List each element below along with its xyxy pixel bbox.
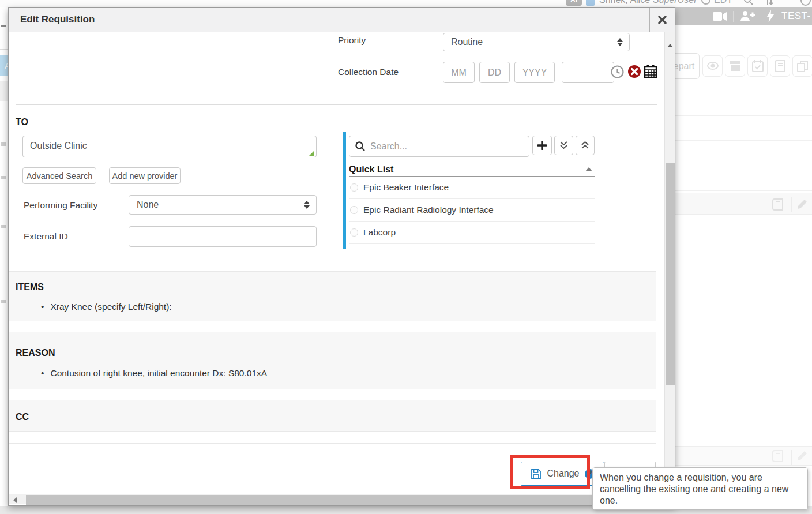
add-new-provider-button[interactable]: Add new provider [109,167,181,184]
sort-arrows-icon [765,0,774,6]
timezone-label: EDT [714,0,732,5]
background-left-nav: A [0,7,8,506]
divider [9,443,656,444]
background-content: TEST- epart [675,7,812,506]
advanced-search-button[interactable]: Advanced Search [22,167,96,184]
double-chevron-down-icon [559,141,568,150]
reason-entry: Contusion of right knee, initial encount… [41,368,267,378]
change-tooltip: When you change a requisition, you are c… [592,467,808,510]
item-entry: Xray Knee (specify Left/Right): [41,302,172,312]
scroll-up-arrow-icon[interactable] [667,44,673,47]
quick-list-header[interactable]: Quick List [349,163,595,177]
depart-button: epart [675,53,700,79]
table-row-divider [675,166,812,166]
nav-text-fragment [1,300,6,303]
nav-text-fragment [1,225,6,228]
vertical-scrollbar-thumb[interactable] [666,163,675,385]
eye-icon [706,61,719,71]
to-heading: TO [16,117,28,127]
year-input[interactable] [514,62,555,83]
vertical-scrollbar[interactable] [664,32,675,494]
search-icon [743,0,754,6]
save-icon [531,468,542,479]
ai-badge: AI [566,0,582,6]
nav-selected-item: A [0,55,8,76]
reason-section: REASON Contusion of right knee, initial … [9,332,656,389]
cc-section: CC [9,400,656,432]
video-camera-icon [713,12,727,21]
quick-list-accent-bar [343,132,346,249]
lightning-icon [766,10,775,22]
calendar-check-icon [751,59,764,73]
select-spinner-icon [617,37,623,47]
globe-icon [800,0,811,6]
divider [760,11,760,22]
pencil-icon [796,198,808,210]
scroll-left-arrow-icon[interactable] [13,497,17,503]
radio-button[interactable] [350,228,358,237]
add-person-icon [740,10,755,22]
divider [733,11,734,22]
performing-facility-label: Performing Facility [24,200,97,211]
table-row-divider [675,91,812,91]
section-divider [16,104,657,105]
background-top-bar: AI Shnek, Alice SuperUser EDT [0,0,812,7]
table-row-divider [675,140,812,141]
view-button [702,55,723,77]
book-icon [775,60,786,72]
edit-requisition-modal: Edit Requisition Priority Routine Collec… [8,7,675,506]
pencil-icon [796,450,808,462]
radio-button[interactable] [350,183,358,192]
horizontal-scrollbar-thumb[interactable] [26,495,664,505]
time-input[interactable] [562,62,614,83]
quick-list-item[interactable]: Epic Beaker Interface [349,177,595,199]
provider-search-input[interactable] [349,136,529,157]
environment-bar: TEST- [675,7,812,25]
performing-facility-select[interactable]: None [129,195,317,215]
log-button [770,55,790,77]
divider [0,49,8,50]
user-name: Shnek, Alice [599,0,650,5]
user-avatar [586,0,595,6]
nav-text-fragment [1,142,6,146]
horizontal-scrollbar[interactable] [9,494,664,504]
set-time-clock-icon[interactable] [611,65,624,78]
section-header-band [675,193,812,215]
quick-list-item[interactable]: Labcorp [349,222,595,244]
priority-select[interactable]: Routine [443,33,630,51]
performing-facility-value: None [137,200,159,210]
reason-heading: REASON [16,348,55,358]
expand-all-button[interactable] [554,136,573,155]
copy-icon [796,60,809,73]
archive-box-icon [730,61,741,72]
clear-date-icon[interactable] [627,65,641,78]
collection-date-label: Collection Date [338,67,399,77]
external-id-input[interactable] [129,226,317,247]
book-icon [772,450,784,462]
priority-value: Routine [451,37,483,47]
schedule-button [747,55,768,77]
priority-label: Priority [338,35,366,46]
radio-button[interactable] [350,206,358,214]
quick-list-item-label: Epic Radiant Radiology Interface [363,205,494,215]
close-icon [657,15,667,25]
month-input[interactable] [443,62,475,83]
quick-list-item-label: Epic Beaker Interface [363,182,449,193]
add-provider-button[interactable] [532,136,552,155]
close-button[interactable] [649,8,675,32]
quick-list-item[interactable]: Epic Radiant Radiology Interface [349,199,595,222]
collapse-all-button[interactable] [576,136,595,155]
nav-text-fragment [1,176,6,179]
resize-grip-icon[interactable] [309,151,314,156]
calendar-picker-icon[interactable] [644,64,657,78]
section-header-band [675,446,812,466]
day-input[interactable] [479,62,510,83]
cc-heading: CC [16,412,29,422]
nav-text-fragment [1,25,6,27]
items-section: ITEMS Xray Knee (specify Left/Right): [9,271,656,321]
divider [791,450,792,465]
recipient-textarea[interactable]: Outside Clinic [22,136,317,157]
double-chevron-up-icon [581,141,589,150]
tooltip-text: When you change a requisition, you are c… [600,472,788,505]
environment-label: TEST- [781,10,811,22]
